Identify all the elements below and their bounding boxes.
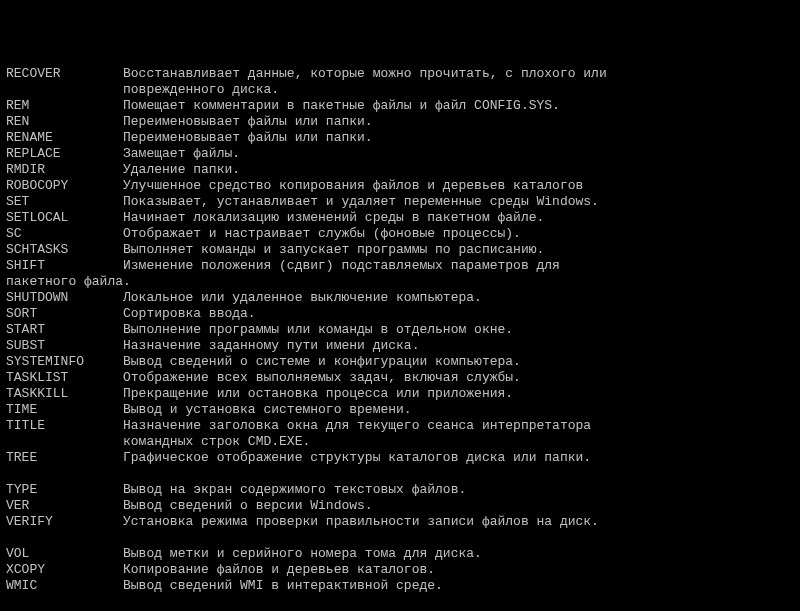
help-text: RECOVER Восстанавливает данные, которые … [6, 66, 630, 611]
terminal-output: RECOVER Восстанавливает данные, которые … [6, 66, 794, 611]
